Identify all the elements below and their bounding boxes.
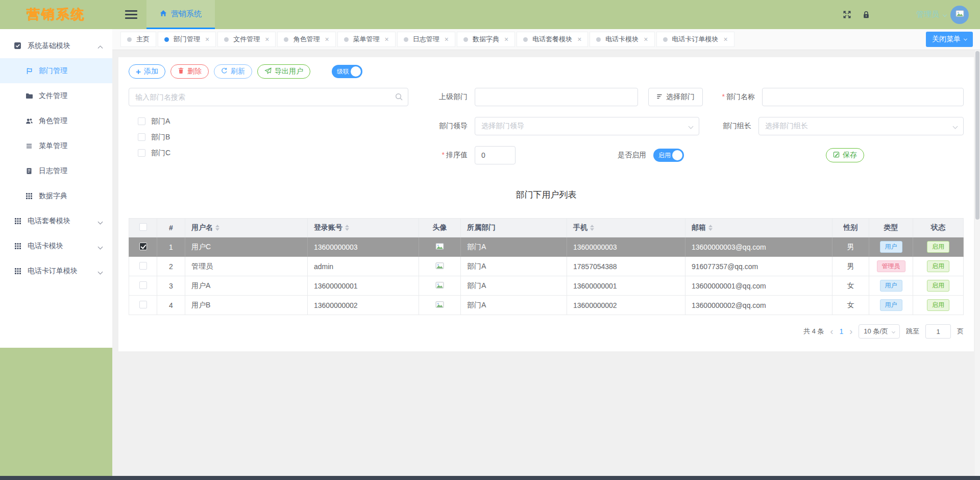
tab[interactable]: 数据字典 × <box>457 32 515 47</box>
sidebar-item-sub[interactable]: 数据字典 <box>0 183 112 208</box>
sort-caret-icon[interactable] <box>590 225 594 231</box>
row-username: 用户A <box>185 276 308 296</box>
close-icon[interactable]: × <box>325 36 329 43</box>
row-checkbox[interactable] <box>139 243 147 250</box>
tab[interactable]: 电话套餐模块 × <box>517 32 588 47</box>
close-icon[interactable]: × <box>504 36 508 43</box>
save-button[interactable]: 保存 <box>826 148 864 162</box>
column-header[interactable]: 用户名 <box>185 219 308 237</box>
avatar-placeholder-icon <box>435 261 444 270</box>
flag-icon <box>25 67 33 75</box>
hamburger-menu-icon[interactable] <box>125 10 137 19</box>
sidebar-item-sub[interactable]: 角色管理 <box>0 108 112 133</box>
sidebar-item-group[interactable]: 电话卡订单模块 <box>0 258 112 283</box>
column-header[interactable]: 所属部门 <box>461 219 567 237</box>
tree-checkbox[interactable] <box>138 133 145 141</box>
page-size-select[interactable]: 10 条/页 <box>859 324 900 339</box>
jump-page-input[interactable] <box>925 324 951 339</box>
refresh-icon <box>221 67 228 76</box>
fullscreen-icon[interactable] <box>842 10 852 19</box>
grid-icon <box>14 243 21 250</box>
table-row[interactable]: 2 管理员 admin 部门A 17857054388 916077357@qq… <box>129 257 964 276</box>
status-badge: 启用 <box>927 299 949 310</box>
column-header[interactable]: 头像 <box>419 219 461 237</box>
tree-checkbox[interactable] <box>138 149 145 157</box>
next-page-icon[interactable]: › <box>849 327 852 336</box>
export-users-button[interactable]: 导出用户 <box>257 64 310 79</box>
tab[interactable]: 菜单管理 × <box>337 32 396 47</box>
close-icon[interactable]: × <box>644 36 648 43</box>
table-row[interactable]: 4 用户B 13600000002 部门A 13600000002 136000… <box>129 296 964 315</box>
tab[interactable]: 部门管理 × <box>158 32 216 47</box>
tree-checkbox[interactable] <box>138 117 145 125</box>
dept-head-placeholder: 选择部门组长 <box>765 122 808 131</box>
row-phone: 13600000001 <box>567 276 685 296</box>
column-header[interactable]: 类型 <box>869 219 913 237</box>
sidebar-item-group[interactable]: 电话套餐模块 <box>0 208 112 233</box>
cascade-toggle[interactable]: 级联 <box>332 65 362 78</box>
table-row[interactable]: 3 用户A 13600000001 部门A 13600000001 136000… <box>129 276 964 296</box>
row-checkbox[interactable] <box>139 281 147 289</box>
row-department: 部门A <box>461 237 567 257</box>
tab-dot-icon <box>284 37 288 42</box>
row-checkbox[interactable] <box>139 301 147 308</box>
current-page[interactable]: 1 <box>840 327 844 335</box>
scrollbar-thumb[interactable] <box>975 51 979 220</box>
dept-name-input[interactable] <box>762 88 964 106</box>
tab[interactable]: 电话卡模块 × <box>590 32 654 47</box>
tree-node[interactable]: 部门A <box>129 113 408 129</box>
column-header[interactable]: 性别 <box>832 219 869 237</box>
dept-name-label: *部门名称 <box>709 92 755 102</box>
select-all-checkbox[interactable] <box>139 223 147 231</box>
sidebar-item-sub[interactable]: 文件管理 <box>0 83 112 108</box>
lock-icon[interactable] <box>862 11 870 19</box>
row-index: 3 <box>157 276 185 296</box>
sidebar-item-group[interactable]: 电话卡模块 <box>0 233 112 258</box>
tree-node[interactable]: 部门C <box>129 145 408 161</box>
table-row[interactable]: 1 用户C 13600000003 部门A 13600000003 136000… <box>129 237 964 257</box>
tab[interactable]: 角色管理 × <box>277 32 335 47</box>
column-header[interactable]: 登录账号 <box>308 219 419 237</box>
tab[interactable]: 主页 <box>120 32 156 47</box>
tab[interactable]: 日志管理 × <box>397 32 455 47</box>
parent-dept-input[interactable] <box>475 88 638 106</box>
sort-caret-icon[interactable] <box>345 225 349 231</box>
vertical-scrollbar[interactable] <box>975 50 980 476</box>
dept-head-select[interactable]: 选择部门组长 <box>758 117 964 135</box>
add-button[interactable]: + 添加 <box>129 64 165 79</box>
search-input[interactable] <box>129 88 408 106</box>
sidebar-item-sub[interactable]: 日志管理 <box>0 158 112 183</box>
close-menu-button[interactable]: 关闭菜单 <box>926 32 973 47</box>
refresh-button[interactable]: 刷新 <box>214 64 252 79</box>
dept-leader-select[interactable]: 选择部门领导 <box>475 117 699 135</box>
tab[interactable]: 电话卡订单模块 × <box>656 32 734 47</box>
sidebar-item-group[interactable]: 系统基础模块 <box>0 33 112 58</box>
tab[interactable]: 文件管理 × <box>217 32 276 47</box>
row-checkbox[interactable] <box>139 262 147 270</box>
header-home-tab[interactable]: 营销系统 <box>146 0 215 29</box>
close-icon[interactable]: × <box>724 36 728 43</box>
column-header[interactable]: 邮箱 <box>685 219 832 237</box>
close-icon[interactable]: × <box>445 36 449 43</box>
row-email: 916077357@qq.com <box>685 257 832 276</box>
sort-caret-icon[interactable] <box>708 225 713 231</box>
users-table: # 用户名 登录账号 头像 所属部门 手机 邮箱 性别 类型 状态 1 用户C … <box>129 218 964 315</box>
close-icon[interactable]: × <box>577 36 581 43</box>
close-icon[interactable]: × <box>385 36 389 43</box>
delete-button[interactable]: 删除 <box>170 64 209 79</box>
prev-page-icon[interactable]: ‹ <box>830 327 834 336</box>
sort-caret-icon[interactable] <box>215 225 219 231</box>
sidebar-item-sub[interactable]: 菜单管理 <box>0 133 112 158</box>
column-header[interactable]: 状态 <box>913 219 964 237</box>
user-menu[interactable]: 管理员 <box>916 6 969 24</box>
column-header[interactable]: # <box>157 219 185 237</box>
column-header[interactable]: 手机 <box>567 219 685 237</box>
avatar[interactable] <box>950 6 969 24</box>
enabled-toggle[interactable]: 启用 <box>653 149 684 162</box>
tree-node[interactable]: 部门B <box>129 129 408 145</box>
sort-value-input[interactable] <box>475 146 516 164</box>
choose-dept-button[interactable]: 选择部门 <box>648 88 703 106</box>
sidebar-item-active[interactable]: 部门管理 <box>0 58 112 83</box>
close-icon[interactable]: × <box>265 36 269 43</box>
close-icon[interactable]: × <box>205 36 209 43</box>
